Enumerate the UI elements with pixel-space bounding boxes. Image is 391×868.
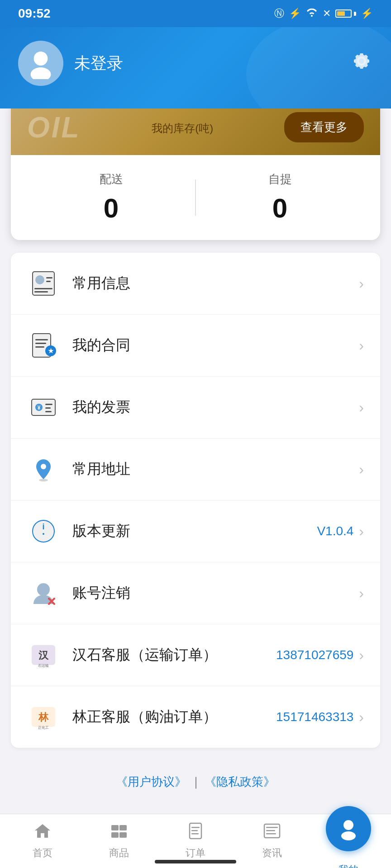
settings-button[interactable] <box>350 50 373 77</box>
oil-title-wrapper: 我的库存(吨) <box>152 119 213 136</box>
svg-text:正化工: 正化工 <box>38 726 49 730</box>
svg-point-1 <box>31 67 51 79</box>
menu-item-linzheng-service[interactable]: 林 正化工 林正客服（购油订单） 15171463313 › <box>11 686 380 748</box>
nav-label-home: 首页 <box>33 846 52 860</box>
account-cancel-icon <box>27 577 60 609</box>
svg-text:★: ★ <box>48 347 54 354</box>
svg-rect-4 <box>46 277 52 278</box>
nav-item-mine[interactable]: 我的 <box>310 802 386 868</box>
svg-rect-5 <box>46 281 51 282</box>
svg-rect-7 <box>34 291 48 292</box>
my-contract-arrow: › <box>359 337 364 354</box>
svg-rect-17 <box>45 404 52 405</box>
header: 未登录 <box>0 27 391 108</box>
my-contract-icon: ★ <box>27 329 60 362</box>
bottom-indicator <box>155 860 236 863</box>
svg-rect-34 <box>111 825 119 830</box>
version-value: V1.0.4 <box>317 524 353 538</box>
svg-rect-6 <box>34 288 52 289</box>
oil-card: OIL 我的库存(吨) 查看更多 配送 0 自提 0 <box>11 99 380 240</box>
linzheng-service-arrow: › <box>359 709 364 726</box>
hanshi-service-arrow: › <box>359 647 364 664</box>
nav-item-orders[interactable]: 订单 <box>157 818 234 864</box>
nav-item-home[interactable]: 首页 <box>5 818 81 864</box>
svg-rect-9 <box>35 339 48 340</box>
nav-label-products: 商品 <box>109 846 129 860</box>
version-update-label: 版本更新 <box>72 521 317 541</box>
svg-text:林: 林 <box>38 712 49 723</box>
oil-text: OIL <box>27 113 81 142</box>
menu-item-account-cancel[interactable]: 账号注销 › <box>11 562 380 624</box>
common-info-icon <box>27 267 60 300</box>
svg-rect-45 <box>266 833 276 835</box>
svg-text:¥: ¥ <box>38 405 41 411</box>
news-icon <box>262 822 281 844</box>
svg-rect-43 <box>266 827 278 828</box>
user-agreement-link[interactable]: 《用户协议》 <box>116 775 186 788</box>
svg-rect-37 <box>119 832 127 838</box>
hanshi-service-label: 汉石客服（运输订单） <box>72 645 276 665</box>
delivery-value: 0 <box>27 193 195 224</box>
common-address-icon <box>27 453 60 486</box>
svg-point-47 <box>341 831 356 840</box>
svg-rect-11 <box>35 346 44 348</box>
orders-icon <box>186 822 205 844</box>
svg-point-20 <box>41 464 46 469</box>
common-info-arrow: › <box>359 275 364 292</box>
common-address-arrow: › <box>359 461 364 478</box>
svg-rect-18 <box>45 407 51 409</box>
svg-point-21 <box>39 479 48 481</box>
hanshi-service-icon: 汉 石运输 <box>27 639 60 671</box>
nav-item-products[interactable]: 商品 <box>81 818 157 864</box>
svg-point-46 <box>343 820 353 830</box>
my-contract-label: 我的合同 <box>72 335 359 355</box>
pickup-label: 自提 <box>196 171 364 187</box>
avatar <box>18 41 63 86</box>
header-top: 未登录 <box>18 41 373 86</box>
home-icon <box>33 822 52 844</box>
x-icon: ✕ <box>323 8 331 19</box>
svg-point-3 <box>35 275 44 284</box>
menu-list: 常用信息 › ★ 我的合同 › ¥ <box>11 253 380 748</box>
nav-label-mine: 我的 <box>339 863 358 868</box>
delivery-label: 配送 <box>27 171 195 187</box>
hanshi-phone: 13871027659 <box>276 648 353 662</box>
menu-item-common-info[interactable]: 常用信息 › <box>11 253 380 315</box>
version-update-icon: i <box>27 515 60 547</box>
common-info-label: 常用信息 <box>72 274 359 293</box>
svg-rect-40 <box>191 830 198 831</box>
bluetooth-icon: ⚡ <box>289 8 301 19</box>
my-invoice-icon: ¥ <box>27 391 60 424</box>
links-text: 《用户协议》 ｜ 《隐私政策》 <box>116 775 275 788</box>
nav-label-orders: 订单 <box>186 846 205 860</box>
nav-item-news[interactable]: 资讯 <box>234 818 310 864</box>
status-time: 09:52 <box>18 6 51 21</box>
linzheng-phone: 15171463313 <box>276 710 353 724</box>
svg-text:石运输: 石运输 <box>38 664 49 668</box>
menu-item-common-address[interactable]: 常用地址 › <box>11 439 380 500</box>
view-more-button[interactable]: 查看更多 <box>284 112 364 142</box>
account-cancel-label: 账号注销 <box>72 583 359 603</box>
menu-item-my-invoice[interactable]: ¥ 我的发票 › <box>11 377 380 439</box>
links-separator: ｜ <box>190 775 201 788</box>
svg-text:汉: 汉 <box>38 650 49 661</box>
oil-title: 我的库存(吨) <box>152 119 213 135</box>
account-cancel-arrow: › <box>359 585 364 602</box>
my-invoice-label: 我的发票 <box>72 397 359 417</box>
menu-item-hanshi-service[interactable]: 汉 石运输 汉石客服（运输订单） 13871027659 › <box>11 624 380 686</box>
svg-point-25 <box>37 583 50 596</box>
svg-rect-39 <box>191 827 200 828</box>
menu-item-version-update[interactable]: i 版本更新 V1.0.4 › <box>11 500 380 562</box>
svg-rect-35 <box>119 825 127 830</box>
delivery-inventory: 配送 0 <box>27 171 195 224</box>
common-address-label: 常用地址 <box>72 459 359 479</box>
user-name: 未登录 <box>74 52 123 75</box>
bolt-icon: ⚡ <box>361 8 373 19</box>
nfc-icon: Ⓝ <box>274 7 284 20</box>
mine-fab[interactable] <box>326 806 371 851</box>
menu-item-my-contract[interactable]: ★ 我的合同 › <box>11 315 380 377</box>
svg-rect-36 <box>111 832 119 838</box>
battery-icon <box>335 9 356 18</box>
linzheng-service-label: 林正客服（购油订单） <box>72 707 276 727</box>
privacy-policy-link[interactable]: 《隐私政策》 <box>205 775 275 788</box>
